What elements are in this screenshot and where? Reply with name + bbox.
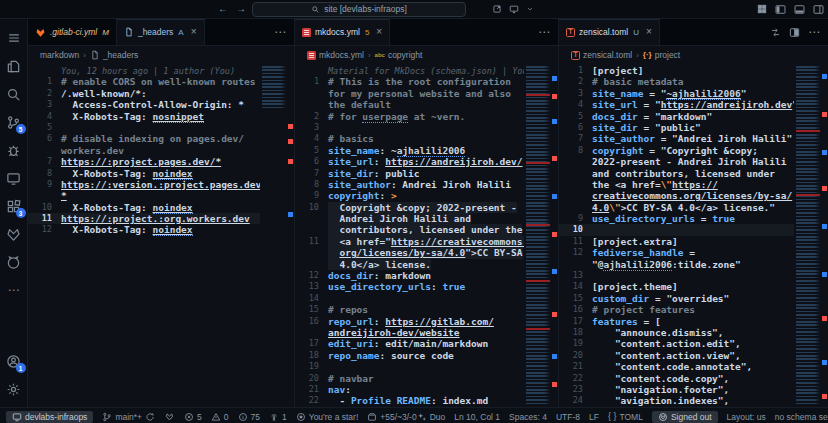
screencast-icon[interactable]	[509, 4, 519, 14]
layout-panel-icon[interactable]	[794, 4, 805, 15]
code-row[interactable]: 13	[559, 270, 794, 281]
tab-mkdocs.yml[interactable]: mkdocs.yml5×	[295, 19, 390, 45]
code-row[interactable]: "@ajhalili2006:tilde.zone"	[559, 259, 794, 270]
breadcrumb[interactable]: mkdocs.yml›abccopyright	[295, 46, 558, 64]
editor-1[interactable]: You, 12 hours ago | 1 author (You)1# ena…	[28, 64, 294, 407]
activity-item-explorer[interactable]	[0, 52, 28, 80]
status-item-spaces-4[interactable]: Spaces: 4	[509, 412, 547, 422]
back-icon[interactable]: ←	[218, 4, 228, 14]
status-item-signed-out[interactable]: Signed out	[652, 411, 718, 423]
close-icon[interactable]: ×	[376, 27, 382, 37]
open-changes-icon[interactable]	[770, 27, 781, 38]
breadcrumb-item[interactable]: Tzensical.toml	[571, 50, 632, 60]
code-row[interactable]: 7site_dir: public	[295, 168, 524, 179]
code-row[interactable]: 4site_url = "https://andreijiroh.dev"	[559, 99, 794, 110]
code-row[interactable]: 6site_url: https://andreijiroh.dev/	[295, 156, 524, 167]
layout-grid-icon[interactable]	[757, 4, 767, 14]
code-row[interactable]: 3	[295, 122, 524, 133]
status-item-lf[interactable]: LF	[589, 412, 599, 422]
minimap[interactable]	[526, 66, 550, 405]
close-icon[interactable]: ×	[646, 27, 652, 37]
code-row[interactable]: You, 12 hours ago | 1 author (You)	[28, 65, 260, 76]
tab-.gitlab-ci.yml[interactable]: .gitlab-ci.ymlM	[28, 19, 117, 45]
code-row[interactable]: 2/.well-known/*:	[28, 88, 260, 99]
activity-item-remote-explorer[interactable]	[0, 164, 28, 192]
code-row[interactable]: Andrei Jiroh Halili and	[295, 213, 524, 224]
breadcrumb-item[interactable]: markdown	[40, 50, 79, 60]
code-row[interactable]: 6site_dir = "public"	[559, 122, 794, 133]
code-row[interactable]: 21nav:	[295, 384, 524, 395]
activity-item-settings[interactable]	[0, 375, 28, 403]
code-row[interactable]: 8site_author: Andrei Jiroh Halili	[295, 179, 524, 190]
activity-item-menu[interactable]	[0, 24, 28, 52]
tab-zensical.toml[interactable]: Tzensical.tomlU×	[559, 19, 660, 45]
layout-sidebar-icon[interactable]	[775, 4, 786, 15]
code-row[interactable]: 11 <a href="https://creativecommons.	[295, 236, 524, 247]
code-row[interactable]: 21 "content.code.annotate",	[559, 361, 794, 372]
code-row[interactable]: 16# project features	[559, 304, 794, 315]
code-row[interactable]: the default	[295, 99, 524, 110]
open-remote-icon[interactable]	[492, 4, 502, 14]
code-row[interactable]: 20# navbar	[295, 373, 524, 384]
status-item-75[interactable]: 75	[238, 412, 260, 422]
code-row[interactable]: 20 "content.action.view",	[559, 350, 794, 361]
status-item-layout-us[interactable]: Layout: us	[727, 412, 766, 422]
code-row[interactable]: 3site_name = "~ajhalili2006"	[559, 88, 794, 99]
code-row[interactable]: 9https://:version.:project.pages.dev/	[28, 179, 260, 190]
code-row[interactable]: 10 X-Robots-Tag: noindex	[28, 202, 260, 213]
code-row[interactable]: 22 - Profile README: index.md	[295, 395, 524, 406]
minimap[interactable]	[796, 66, 820, 405]
code-row[interactable]: 10 Copyright &copy; 2022-present -	[295, 202, 524, 213]
more-icon[interactable]: ⋯	[538, 26, 550, 38]
code-row[interactable]: 6# disable indexing on pages.dev/	[28, 133, 260, 144]
code-row[interactable]: for my personal website and also	[295, 88, 524, 99]
code-row[interactable]: Material for MkDocs (schema.json) | You,…	[295, 65, 524, 76]
status-item-duo[interactable]: Duo	[417, 412, 446, 422]
code-row[interactable]: 5docs_dir = "markdown"	[559, 111, 794, 122]
code-row[interactable]: 24 "avigation.indexes",	[559, 395, 794, 406]
code-row[interactable]: creativecommons.org/licenses/by-sa/	[559, 190, 794, 201]
status-item-utf-8[interactable]: UTF-8	[556, 412, 580, 422]
activity-item-debug[interactable]	[0, 136, 28, 164]
code-row[interactable]: 16repo_url: https://gitlab.com/	[295, 316, 524, 327]
code-row[interactable]: 1[project]	[559, 65, 794, 76]
code-row[interactable]: 22 "content.code.copy",	[559, 373, 794, 384]
code-row[interactable]: 19 "content.action.edit",	[559, 338, 794, 349]
status-item-main-[interactable]: main*+	[102, 412, 155, 422]
more-icon[interactable]: ⋯	[808, 26, 820, 38]
activity-item-source-control[interactable]: 5	[0, 108, 28, 136]
code-row[interactable]: 3 Access-Control-Allow-Origin: *	[28, 99, 260, 110]
code-row[interactable]: 17edit_uri: edit/main/markdown	[295, 338, 524, 349]
code-row[interactable]: 17features = [	[559, 316, 794, 327]
code-row[interactable]: 4.0\">CC BY-SA 4.0</a> license."	[559, 202, 794, 213]
code-row[interactable]: and contributors, licensed under	[559, 168, 794, 179]
code-row[interactable]: org/licenses/by-sa/4.0">CC BY-SA	[295, 247, 524, 258]
code-row[interactable]: 15custom_dir = "overrides"	[559, 293, 794, 304]
status-item-devlabs-infraops[interactable]: devlabs-infraops	[6, 411, 93, 423]
status-item-you-re-a-star-[interactable]: You're a star!	[296, 412, 359, 422]
code-row[interactable]: 18repo_name: source code	[295, 350, 524, 361]
breadcrumb[interactable]: markdown›_headers	[28, 46, 294, 64]
code-row[interactable]: 2022-present - Andrei Jiroh Halili	[559, 156, 794, 167]
tab-_headers[interactable]: _headersA×	[117, 19, 205, 45]
code-row[interactable]: 7https://:project.pages.dev/*	[28, 156, 260, 167]
breadcrumb-item[interactable]: {·}project	[643, 50, 680, 60]
breadcrumb[interactable]: Tzensical.toml›{·}project	[559, 46, 828, 64]
code-row[interactable]: 13use_directory_urls: true	[295, 281, 524, 292]
code-row[interactable]: 7site_author = "Andrei Jiroh Halili"	[559, 133, 794, 144]
code-row[interactable]: contributors, licensed under the	[295, 224, 524, 235]
breadcrumb-item[interactable]: _headers	[90, 50, 138, 60]
code-row[interactable]: 8 X-Robots-Tag: noindex	[28, 168, 260, 179]
code-row[interactable]: 12 X-Robots-Tag: noindex	[28, 224, 260, 235]
breadcrumb-item[interactable]: mkdocs.yml	[307, 50, 364, 60]
code-row[interactable]: 23 "navigation.footer",	[559, 384, 794, 395]
status-item-1[interactable]: 1	[269, 412, 287, 422]
code-row[interactable]: 5	[28, 122, 260, 133]
code-row[interactable]: 9copyright: >	[295, 190, 524, 201]
code-row[interactable]: workers.dev	[28, 145, 260, 156]
code-row[interactable]: 12fediverse_handle =	[559, 247, 794, 258]
code-row[interactable]: 15# repos	[295, 304, 524, 315]
activity-item-gitlab[interactable]	[0, 220, 28, 248]
code-row[interactable]: 11https://:project.:org.workers.dev	[28, 213, 260, 224]
code-row[interactable]: 12docs_dir: markdown	[295, 270, 524, 281]
